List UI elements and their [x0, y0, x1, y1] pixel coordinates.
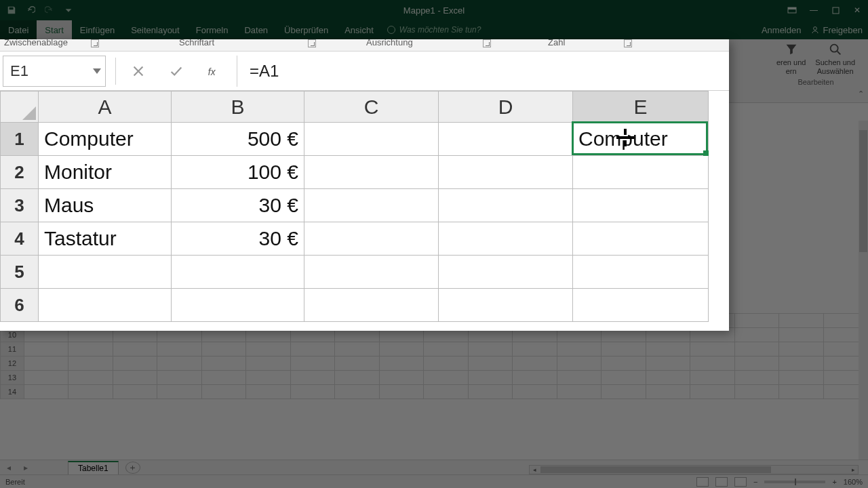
dialog-launcher-icon[interactable] — [483, 39, 491, 47]
sheet-nav[interactable]: ◂▸ — [0, 463, 34, 472]
row-header-14[interactable]: 14 — [1, 384, 24, 399]
cell-C1[interactable] — [304, 123, 439, 156]
cell[interactable] — [513, 342, 557, 356]
cell[interactable] — [68, 384, 113, 399]
chevron-down-icon[interactable] — [93, 68, 101, 74]
cell[interactable] — [690, 384, 734, 399]
cell[interactable] — [290, 342, 334, 356]
cell-D4[interactable] — [439, 222, 573, 256]
horizontal-scrollbar[interactable]: ◂▸ — [529, 465, 859, 474]
tab-data[interactable]: Daten — [236, 20, 276, 39]
col-header-E[interactable]: E — [573, 92, 709, 123]
tab-file[interactable]: Datei — [0, 20, 37, 39]
cell[interactable] — [779, 327, 823, 342]
minimize-button[interactable]: — — [803, 0, 825, 20]
cell[interactable] — [690, 370, 734, 384]
cell[interactable] — [734, 313, 778, 327]
tab-home[interactable]: Start — [37, 20, 71, 39]
dialog-launcher-icon[interactable] — [91, 39, 99, 47]
cell[interactable] — [513, 370, 557, 384]
cell-C5[interactable] — [304, 256, 439, 289]
cell-A6[interactable] — [39, 289, 172, 322]
cell[interactable] — [113, 370, 157, 384]
cell-B2[interactable]: 100 € — [172, 156, 304, 189]
cell[interactable] — [779, 342, 823, 356]
cell-D3[interactable] — [439, 189, 573, 222]
cell[interactable] — [379, 370, 423, 384]
cell[interactable] — [601, 342, 646, 356]
row-header-6[interactable]: 6 — [1, 289, 39, 322]
cell[interactable] — [335, 370, 379, 384]
zoom-in-button[interactable]: + — [832, 478, 836, 486]
cell[interactable] — [201, 356, 245, 370]
view-normal-button[interactable] — [696, 477, 709, 487]
ribbon-display-icon[interactable] — [781, 0, 803, 20]
cell[interactable] — [424, 342, 468, 356]
cell-B1[interactable]: 500 € — [172, 123, 304, 156]
cell-B3[interactable]: 30 € — [172, 189, 304, 222]
cell[interactable] — [557, 370, 601, 384]
cell-A4[interactable]: Tastatur — [39, 222, 172, 256]
cell-C6[interactable] — [304, 289, 439, 322]
cell[interactable] — [335, 384, 379, 399]
cell[interactable] — [68, 342, 113, 356]
cell[interactable] — [513, 356, 557, 370]
cell[interactable] — [379, 356, 423, 370]
tab-pagelayout[interactable]: Seitenlayout — [123, 20, 188, 39]
name-box[interactable]: E1 — [3, 56, 106, 87]
cell[interactable] — [601, 370, 646, 384]
cell[interactable] — [24, 370, 68, 384]
undo-icon[interactable] — [26, 5, 35, 15]
share-button[interactable]: Freigeben — [810, 25, 863, 35]
cell[interactable] — [646, 384, 690, 399]
cell[interactable] — [734, 342, 778, 356]
cell[interactable] — [68, 370, 113, 384]
cell-E2[interactable] — [573, 156, 709, 189]
cell[interactable] — [379, 342, 423, 356]
row-header-13[interactable]: 13 — [1, 370, 24, 384]
cell[interactable] — [157, 384, 201, 399]
dialog-launcher-icon[interactable] — [624, 39, 632, 47]
cell[interactable] — [779, 384, 823, 399]
cell-E6[interactable] — [573, 289, 709, 322]
col-header-B[interactable]: B — [172, 92, 304, 123]
cell[interactable] — [690, 356, 734, 370]
cell[interactable] — [468, 384, 512, 399]
cell[interactable] — [734, 356, 778, 370]
cell[interactable] — [557, 342, 601, 356]
vertical-scrollbar[interactable] — [859, 121, 868, 461]
cell-A2[interactable]: Monitor — [39, 156, 172, 189]
cell[interactable] — [246, 342, 290, 356]
cell-E4[interactable] — [573, 222, 709, 256]
cell-D2[interactable] — [439, 156, 573, 189]
cell-B6[interactable] — [172, 289, 304, 322]
enter-button[interactable] — [167, 62, 185, 80]
save-icon[interactable] — [7, 5, 16, 15]
cell[interactable] — [68, 356, 113, 370]
cell[interactable] — [246, 370, 290, 384]
collapse-ribbon-icon[interactable]: ⌃ — [858, 89, 864, 98]
cell[interactable] — [379, 384, 423, 399]
row-header-3[interactable]: 3 — [1, 189, 39, 222]
tab-view[interactable]: Ansicht — [336, 20, 382, 39]
tab-formulas[interactable]: Formeln — [188, 20, 237, 39]
zoom-out-button[interactable]: − — [753, 478, 757, 486]
cell[interactable] — [646, 356, 690, 370]
view-pagebreak-button[interactable] — [734, 477, 747, 487]
cell[interactable] — [335, 342, 379, 356]
formula-input[interactable]: =A1 — [237, 56, 729, 87]
cell[interactable] — [601, 356, 646, 370]
cell-A3[interactable]: Maus — [39, 189, 172, 222]
cell[interactable] — [201, 384, 245, 399]
cell[interactable] — [468, 370, 512, 384]
tab-insert[interactable]: Einfügen — [72, 20, 123, 39]
cell[interactable] — [601, 384, 646, 399]
cell-D6[interactable] — [439, 289, 573, 322]
row-header-5[interactable]: 5 — [1, 256, 39, 289]
cell[interactable] — [113, 384, 157, 399]
row-header-11[interactable]: 11 — [1, 342, 24, 356]
cell[interactable] — [424, 356, 468, 370]
cell[interactable] — [424, 384, 468, 399]
cell-E1[interactable]: Computer — [573, 123, 709, 156]
select-all-corner[interactable] — [1, 92, 39, 123]
